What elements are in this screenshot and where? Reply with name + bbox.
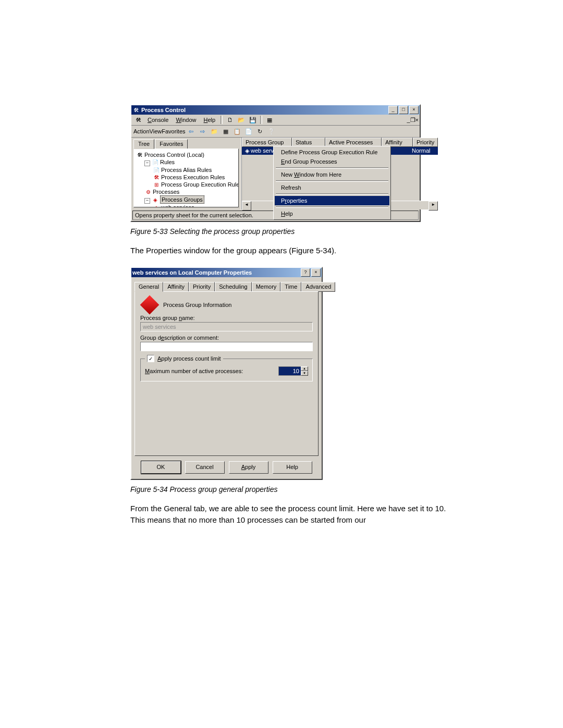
- group-desc-input[interactable]: [140, 342, 313, 351]
- action-toolbar: Action View Favorites ⇦ ⇨ 📁 ▦ 📋 📄 ↻ ❔: [131, 126, 420, 138]
- help-button[interactable]: Help: [273, 461, 312, 474]
- rule-icon: 📄: [153, 167, 160, 174]
- tree-processes[interactable]: Processes: [153, 189, 179, 195]
- dialog-tabs: General Affinity Priority Scheduling Mem…: [134, 281, 319, 291]
- max-processes-label: Maximum number of active processes:: [145, 368, 243, 374]
- cm-end-group[interactable]: End Group Processes: [275, 157, 389, 166]
- tab-priority[interactable]: Priority: [189, 282, 215, 292]
- figure-5-33-caption: Figure 5-33 Selecting the process group …: [130, 227, 459, 236]
- tree-view[interactable]: 🛠Process Control (Local) −📄Rules 📄Proces…: [134, 149, 238, 207]
- right-pane: Process Group Status Active Processes Af…: [242, 138, 438, 209]
- tab-favorites[interactable]: Favorites: [155, 139, 188, 149]
- dialog-titlebar: web services on Local Computer Propertie…: [131, 268, 322, 277]
- ok-button[interactable]: OK: [141, 461, 181, 474]
- tab-scheduling[interactable]: Scheduling: [215, 282, 251, 292]
- group-item-icon: ◈: [153, 205, 160, 207]
- app-icon: 🛠: [132, 106, 140, 114]
- properties-icon[interactable]: 📋: [232, 126, 242, 137]
- tab-general[interactable]: General: [134, 282, 163, 292]
- new-icon[interactable]: 🗋: [225, 115, 235, 125]
- max-value[interactable]: 10: [278, 366, 301, 376]
- up-folder-icon[interactable]: 📁: [209, 126, 219, 137]
- group-info-icon: [140, 295, 160, 315]
- cell-priority: Normal: [409, 147, 438, 155]
- open-icon[interactable]: 📂: [236, 115, 247, 125]
- close-button[interactable]: ×: [409, 106, 419, 114]
- apply-limit-checkbox[interactable]: ✓: [147, 355, 154, 362]
- mdi-close-button[interactable]: ×: [415, 117, 419, 123]
- mdi-restore-button[interactable]: ❐: [410, 117, 415, 124]
- save-icon[interactable]: 💾: [248, 115, 258, 125]
- desc-label: Group description or comment:: [140, 335, 313, 341]
- apply-button[interactable]: Apply: [229, 461, 268, 474]
- expander-icon[interactable]: −: [144, 161, 150, 166]
- expander-icon[interactable]: −: [144, 198, 150, 204]
- outer-titlebar: 🛠 Process Control _ □ ×: [131, 105, 420, 115]
- cm-properties[interactable]: Properties: [275, 196, 389, 205]
- app-small-icon: 🛠: [133, 115, 143, 125]
- maximize-button[interactable]: □: [399, 106, 408, 114]
- name-label: Process group name:: [140, 315, 313, 321]
- tree-exec[interactable]: Process Execution Rules: [161, 174, 225, 180]
- groups-icon: ◈: [152, 197, 159, 203]
- tab-content-general: Process Group Information Process group …: [134, 291, 319, 456]
- tree-group-exec[interactable]: Process Group Execution Rules: [161, 181, 239, 188]
- close-button[interactable]: ×: [311, 268, 321, 277]
- processes-icon: ⚙: [144, 189, 152, 195]
- back-icon[interactable]: ⇦: [186, 126, 197, 137]
- rule-icon: ⊞: [153, 182, 160, 188]
- tab-advanced[interactable]: Advanced: [301, 282, 335, 292]
- views-icon[interactable]: ▦: [264, 115, 275, 125]
- menu-favorites[interactable]: Favorites: [162, 128, 185, 134]
- window-title: Process Control: [141, 107, 387, 113]
- mdi-menubar: 🛠 Console Window Help 🗋 📂 💾 ▦ _ ❐ ×: [131, 115, 420, 126]
- tab-time[interactable]: Time: [280, 282, 301, 292]
- show-hide-icon[interactable]: ▦: [221, 126, 231, 137]
- cm-help[interactable]: Help: [275, 209, 389, 218]
- tree-process-groups[interactable]: Process Groups: [160, 195, 204, 204]
- folder-icon: 📄: [152, 159, 159, 166]
- dialog-buttons: OK Cancel Apply Help: [134, 461, 319, 474]
- cm-define-rule[interactable]: Define Process Group Execution Rule: [275, 147, 389, 157]
- menu-view[interactable]: View: [150, 128, 162, 134]
- help-icon[interactable]: ❔: [266, 126, 277, 137]
- menu-help[interactable]: Help: [200, 116, 219, 124]
- cancel-button[interactable]: Cancel: [185, 461, 225, 474]
- max-processes-spinbox[interactable]: 10 ▲ ▼: [278, 366, 308, 376]
- tree-web-services[interactable]: web services: [161, 204, 194, 207]
- tree-alias[interactable]: Process Alias Rules: [161, 167, 212, 173]
- left-pane: Tree Favorites 🛠Process Control (Local) …: [131, 138, 241, 209]
- menu-action[interactable]: Action: [133, 128, 150, 134]
- process-control-window: 🛠 Process Control _ □ × 🛠 Console Window…: [130, 104, 421, 222]
- minimize-button[interactable]: _: [388, 106, 398, 114]
- tree-root[interactable]: Process Control (Local): [144, 152, 204, 158]
- rule-icon: 🛠: [153, 175, 160, 181]
- apply-limit-label: Apply process count limit: [157, 355, 221, 362]
- menu-console[interactable]: Console: [144, 116, 172, 124]
- forward-icon[interactable]: ⇨: [198, 126, 208, 137]
- body-paragraph-2: From the General tab, we are able to see…: [130, 503, 459, 526]
- tab-affinity[interactable]: Affinity: [163, 282, 189, 292]
- cm-new-window[interactable]: New Window from Here: [275, 170, 389, 179]
- tree-rules[interactable]: Rules: [160, 159, 175, 165]
- cm-refresh[interactable]: Refresh: [275, 183, 389, 192]
- refresh-icon[interactable]: ↻: [255, 126, 265, 137]
- spin-down-icon[interactable]: ▼: [301, 371, 308, 376]
- dialog-title: web services on Local Computer Propertie…: [132, 269, 300, 276]
- section-heading: Process Group Information: [163, 302, 231, 308]
- context-menu: Define Process Group Execution Rule End …: [273, 146, 391, 220]
- scroll-right-icon[interactable]: ►: [429, 201, 438, 211]
- export-icon[interactable]: 📄: [243, 126, 254, 137]
- menu-window[interactable]: Window: [172, 116, 200, 124]
- body-paragraph-1: The Properties window for the group appe…: [130, 245, 459, 256]
- tab-tree[interactable]: Tree: [133, 139, 154, 149]
- figure-5-34-caption: Figure 5-34 Process group general proper…: [130, 485, 459, 493]
- scroll-left-icon[interactable]: ◄: [242, 201, 251, 211]
- tree-root-icon: 🛠: [136, 152, 143, 158]
- spin-up-icon[interactable]: ▲: [301, 366, 308, 371]
- tab-memory[interactable]: Memory: [252, 282, 281, 292]
- col-priority[interactable]: Priority: [413, 138, 438, 147]
- group-name-input: [140, 322, 313, 331]
- help-button[interactable]: ?: [301, 268, 310, 277]
- properties-dialog: web services on Local Computer Propertie…: [130, 267, 323, 480]
